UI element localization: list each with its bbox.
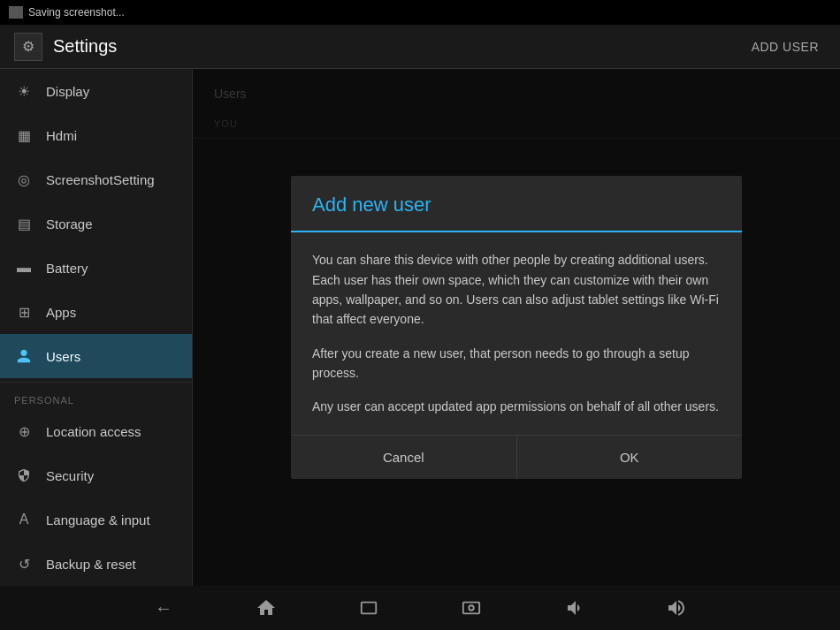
app-header: ⚙ Settings ADD USER	[0, 25, 840, 69]
sidebar-item-display[interactable]: ☀ Display	[0, 69, 192, 113]
home-button[interactable]	[250, 592, 282, 624]
nav-bar: ←	[0, 586, 840, 630]
svg-rect-1	[463, 603, 479, 614]
dialog-header: Add new user	[291, 176, 742, 232]
dialog-paragraph-3: Any user can accept updated app permissi…	[312, 397, 721, 416]
cancel-button[interactable]: Cancel	[291, 436, 517, 479]
storage-icon: ▤	[14, 214, 34, 233]
add-user-dialog: Add new user You can share this device w…	[291, 176, 742, 479]
status-text: Saving screenshot...	[28, 6, 125, 19]
sidebar-label-hdmi: Hdmi	[46, 128, 77, 143]
security-icon	[14, 466, 34, 485]
app-title: Settings	[53, 36, 745, 57]
ok-button[interactable]: OK	[517, 436, 743, 479]
status-bar: Saving screenshot...	[0, 0, 840, 25]
dialog-paragraph-1: You can share this device with other peo…	[312, 250, 721, 330]
screenshot-nav-button[interactable]	[455, 592, 487, 624]
users-icon	[14, 346, 34, 366]
vol-up-button[interactable]	[661, 592, 692, 624]
sidebar-item-battery[interactable]: ▬ Battery	[0, 246, 192, 290]
sidebar-item-storage[interactable]: ▤ Storage	[0, 201, 192, 246]
display-icon: ☀	[14, 81, 34, 101]
dialog-overlay: Add new user You can share this device w…	[193, 69, 840, 586]
sidebar-label-backup: Backup & reset	[46, 557, 136, 572]
sidebar-item-language[interactable]: A Language & input	[0, 497, 192, 542]
dialog-paragraph-2: After you create a new user, that person…	[312, 344, 721, 383]
status-icon	[9, 6, 23, 19]
battery-icon: ▬	[14, 258, 34, 277]
location-icon: ⊕	[14, 421, 34, 441]
apps-icon: ⊞	[14, 302, 34, 322]
sidebar-item-apps[interactable]: ⊞ Apps	[0, 290, 192, 334]
svg-rect-0	[362, 603, 377, 614]
add-user-button[interactable]: ADD USER	[745, 33, 826, 61]
main-layout: ☀ Display ▦ Hdmi ◎ ScreenshotSetting ▤ S…	[0, 69, 840, 586]
screenshot-icon: ◎	[14, 170, 34, 189]
backup-icon: ↺	[14, 554, 34, 573]
sidebar: ☀ Display ▦ Hdmi ◎ ScreenshotSetting ▤ S…	[0, 69, 193, 586]
sidebar-label-display: Display	[46, 84, 89, 99]
settings-icon: ⚙	[14, 33, 42, 61]
sidebar-label-apps: Apps	[46, 305, 76, 320]
sidebar-item-security[interactable]: Security	[0, 453, 192, 497]
personal-section-label: PERSONAL	[0, 386, 192, 409]
sidebar-label-location: Location access	[46, 424, 141, 439]
dialog-actions: Cancel OK	[291, 435, 742, 479]
back-button[interactable]: ←	[148, 592, 179, 624]
sidebar-label-screenshot: ScreenshotSetting	[46, 172, 155, 187]
dialog-title: Add new user	[312, 194, 431, 216]
sidebar-item-hdmi[interactable]: ▦ Hdmi	[0, 113, 192, 157]
content-area: Users YOU Add new user You can share thi…	[193, 69, 840, 586]
sidebar-label-security: Security	[46, 468, 94, 483]
sidebar-divider-personal	[0, 382, 192, 383]
sidebar-item-location[interactable]: ⊕ Location access	[0, 409, 192, 453]
hdmi-icon: ▦	[14, 125, 34, 145]
sidebar-item-users[interactable]: Users	[0, 334, 192, 378]
svg-point-2	[469, 605, 474, 611]
sidebar-label-battery: Battery	[46, 261, 88, 276]
vol-down-button[interactable]	[558, 592, 590, 624]
sidebar-label-users: Users	[46, 349, 80, 364]
sidebar-label-storage: Storage	[46, 216, 93, 232]
sidebar-item-screenshot[interactable]: ◎ ScreenshotSetting	[0, 157, 192, 201]
sidebar-item-backup[interactable]: ↺ Backup & reset	[0, 542, 192, 586]
recents-button[interactable]	[353, 592, 385, 624]
dialog-body: You can share this device with other peo…	[291, 232, 742, 435]
language-icon: A	[14, 510, 34, 529]
sidebar-label-language: Language & input	[46, 512, 150, 528]
